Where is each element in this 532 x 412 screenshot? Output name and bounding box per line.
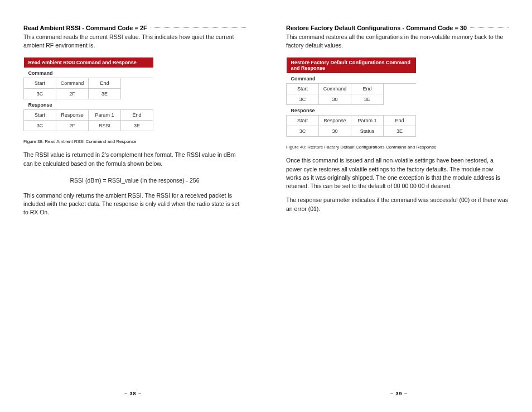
table-header: Restore Factory Default Configurations C… (287, 58, 416, 73)
page-number-right: – 39 – (390, 391, 408, 396)
table-header: Read Ambient RSSI Command and Response (24, 58, 153, 68)
val: 3E (89, 89, 121, 99)
val: 3C (24, 121, 56, 131)
col: End (121, 110, 153, 121)
command-table-left: Read Ambient RSSI Command and Response C… (23, 58, 153, 131)
title-text: Read Ambient RSSI - Command Code = 2F (23, 25, 147, 31)
col: Command (56, 78, 89, 89)
command-label: Command (287, 73, 416, 84)
table-wrap-right: Restore Factory Default Configurations C… (286, 58, 509, 137)
para2-left: This command only returns the ambient RS… (23, 191, 246, 217)
col: End (89, 78, 121, 89)
col: Param 1 (351, 116, 384, 126)
response-label: Response (287, 105, 416, 116)
val: 3C (287, 126, 319, 137)
val: 3C (24, 89, 56, 99)
caption-right: Figure 40: Restore Factory Default Confi… (286, 145, 509, 150)
col: Start (287, 116, 319, 126)
table-wrap-left: Read Ambient RSSI Command and Response C… (23, 58, 246, 131)
val: 3E (351, 94, 384, 105)
caption-left: Figure 39: Read Ambient RSSI Command and… (23, 139, 246, 144)
intro-left: This command reads the current RSSI valu… (23, 33, 246, 50)
intro-right: This command restores all the configurat… (286, 33, 509, 50)
val: 3E (121, 121, 153, 131)
col: Start (24, 110, 56, 121)
col: Param 1 (89, 110, 121, 121)
para1-right: Once this command is issued and all non-… (286, 156, 509, 190)
col: End (351, 84, 384, 94)
page-number-left: – 38 – (124, 391, 142, 396)
val: 2F (56, 121, 89, 131)
col: Response (319, 116, 351, 126)
val: Status (351, 126, 384, 137)
col: Command (319, 84, 351, 94)
command-table-right: Restore Factory Default Configurations C… (286, 58, 416, 137)
col: End (384, 116, 416, 126)
title-text: Restore Factory Default Configurations -… (286, 25, 467, 31)
page-39: Restore Factory Default Configurations -… (266, 0, 532, 412)
val: 30 (319, 126, 351, 137)
title-dots (470, 27, 509, 28)
val: RSSI (89, 121, 121, 131)
formula: RSSI (dBm) = RSSI_value (in the response… (23, 177, 246, 184)
col: Start (24, 78, 56, 89)
para1-left: The RSSI value is returned in 2's comple… (23, 151, 246, 167)
val: 30 (319, 94, 351, 105)
col: Response (56, 110, 89, 121)
title-dots (151, 27, 246, 28)
section-title-right: Restore Factory Default Configurations -… (286, 25, 509, 31)
section-title-left: Read Ambient RSSI - Command Code = 2F (23, 25, 246, 31)
document-spread: Read Ambient RSSI - Command Code = 2F Th… (0, 0, 532, 412)
val: 3C (287, 94, 319, 105)
response-label: Response (24, 99, 153, 110)
para2-right: The response parameter indicates if the … (286, 196, 509, 213)
page-38: Read Ambient RSSI - Command Code = 2F Th… (0, 0, 266, 412)
val: 3E (384, 126, 416, 137)
command-label: Command (24, 68, 153, 78)
col: Start (287, 84, 319, 94)
val: 2F (56, 89, 89, 99)
